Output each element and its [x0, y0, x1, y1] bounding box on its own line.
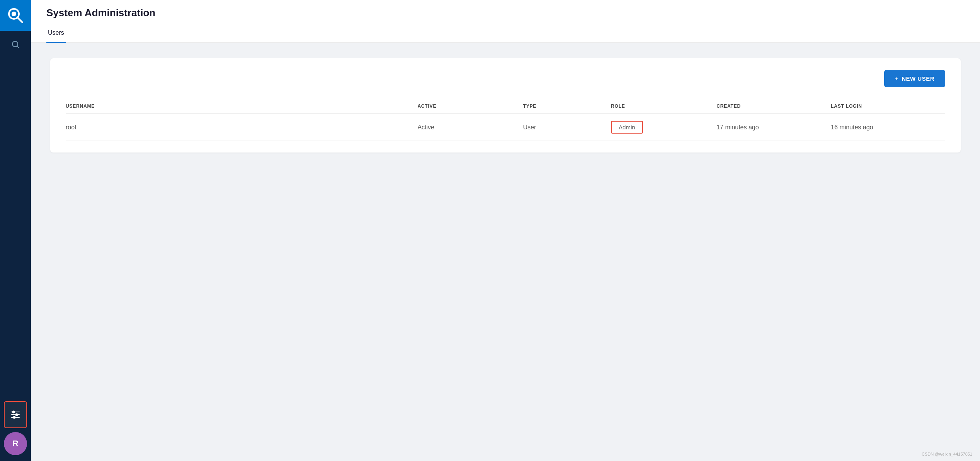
cell-created: 17 minutes ago: [716, 114, 831, 141]
cell-role: Admin: [611, 114, 716, 141]
search-icon: [11, 40, 20, 49]
card-header: + NEW USER: [66, 70, 945, 87]
cell-username: root: [66, 114, 417, 141]
col-header-active: ACTIVE: [417, 99, 523, 114]
svg-line-2: [17, 17, 22, 22]
watermark: CSDN @weixin_44157851: [922, 452, 972, 456]
svg-point-1: [12, 12, 16, 16]
svg-point-3: [12, 41, 18, 47]
table-body: root Active User Admin 17 minutes ago 16…: [66, 114, 945, 141]
header: System Administration Users: [31, 0, 980, 43]
user-avatar[interactable]: R: [4, 432, 27, 455]
cell-type: User: [523, 114, 611, 141]
sliders-icon: [10, 409, 21, 420]
tab-users[interactable]: Users: [46, 25, 66, 43]
sidebar-logo[interactable]: [0, 0, 31, 31]
svg-point-8: [13, 411, 15, 413]
sidebar-bottom: R: [0, 401, 31, 461]
table-header: USERNAME ACTIVE TYPE ROLE CREATED LAST L…: [66, 99, 945, 114]
table-header-row: USERNAME ACTIVE TYPE ROLE CREATED LAST L…: [66, 99, 945, 114]
role-badge[interactable]: Admin: [611, 121, 643, 134]
users-card: + NEW USER USERNAME ACTIVE TYPE ROLE CRE…: [50, 58, 961, 153]
col-header-role: ROLE: [611, 99, 716, 114]
search-logo-icon: [7, 7, 24, 24]
avatar-label: R: [12, 439, 19, 449]
admin-panel-button[interactable]: [4, 401, 27, 428]
col-header-type: TYPE: [523, 99, 611, 114]
new-user-label: NEW USER: [902, 75, 934, 82]
new-user-plus: +: [895, 75, 898, 82]
page-title: System Administration: [46, 7, 965, 19]
svg-point-9: [16, 414, 18, 416]
new-user-button[interactable]: + NEW USER: [884, 70, 945, 87]
cell-active: Active: [417, 114, 523, 141]
svg-point-10: [14, 417, 15, 419]
tabs: Users: [46, 25, 965, 42]
col-header-created: CREATED: [716, 99, 831, 114]
col-header-lastlogin: LAST LOGIN: [831, 99, 945, 114]
content-area: + NEW USER USERNAME ACTIVE TYPE ROLE CRE…: [31, 43, 980, 461]
main-content: System Administration Users + NEW USER U…: [31, 0, 980, 461]
col-header-username: USERNAME: [66, 99, 417, 114]
cell-lastlogin: 16 minutes ago: [831, 114, 945, 141]
sidebar: R: [0, 0, 31, 461]
svg-line-4: [17, 46, 20, 49]
users-table: USERNAME ACTIVE TYPE ROLE CREATED LAST L…: [66, 99, 945, 141]
table-row[interactable]: root Active User Admin 17 minutes ago 16…: [66, 114, 945, 141]
sidebar-search-button[interactable]: [0, 31, 31, 58]
